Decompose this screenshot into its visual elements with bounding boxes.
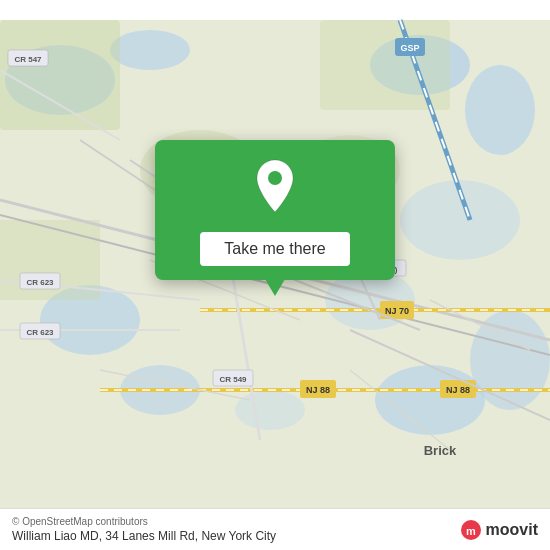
svg-point-11 [470,310,550,410]
svg-text:CR 623: CR 623 [26,278,54,287]
moovit-logo: m moovit [460,519,538,541]
svg-text:Brick: Brick [424,443,457,458]
svg-rect-13 [320,20,450,110]
bottom-bar: © OpenStreetMap contributors William Lia… [0,508,550,550]
svg-point-62 [268,171,282,185]
svg-rect-12 [0,20,120,130]
moovit-brand-text: moovit [486,521,538,539]
svg-point-2 [110,30,190,70]
take-me-there-button[interactable]: Take me there [200,232,349,266]
svg-point-10 [375,365,485,435]
svg-text:NJ 88: NJ 88 [306,385,330,395]
svg-text:NJ 70: NJ 70 [385,306,409,316]
svg-text:CR 549: CR 549 [219,375,247,384]
moovit-icon: m [460,519,482,541]
address-text: William Liao MD, 34 Lanes Mill Rd, New Y… [12,529,276,543]
svg-text:CR 623: CR 623 [26,328,54,337]
attribution-text: © OpenStreetMap contributors [12,516,276,527]
svg-text:GSP: GSP [400,43,419,53]
svg-point-9 [235,390,305,430]
svg-point-4 [465,65,535,155]
pin-icon-wrap [252,158,298,218]
svg-text:NJ 88: NJ 88 [446,385,470,395]
svg-text:m: m [466,525,476,537]
location-pin-icon [252,158,298,214]
popup-card: Take me there [155,140,395,280]
map-container: NJ 88 NJ 88 NJ 70 CR 549 CR 549 CR 623 C… [0,0,550,550]
svg-text:CR 547: CR 547 [14,55,42,64]
